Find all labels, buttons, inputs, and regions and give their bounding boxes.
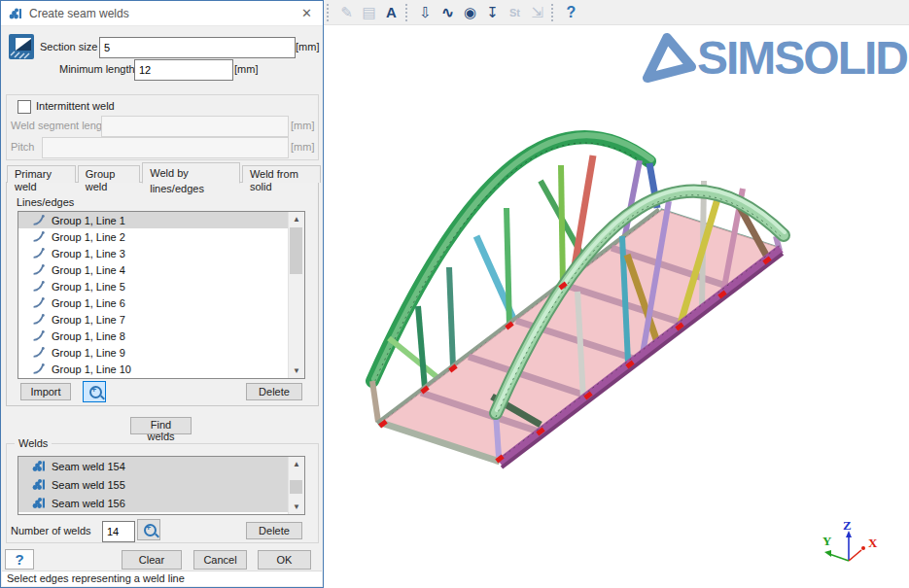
axis-x-label: X bbox=[868, 536, 877, 551]
toolbar-separator bbox=[551, 4, 556, 21]
weld-segment-length-input[interactable] bbox=[101, 116, 289, 137]
split-merge-icon: St bbox=[504, 2, 526, 22]
copy-welds-icon: ▤ bbox=[358, 2, 380, 22]
import-button[interactable]: Import bbox=[20, 383, 71, 400]
scroll-up-icon[interactable]: ▲ bbox=[289, 457, 304, 471]
weld-by-curve-icon[interactable]: ∿ bbox=[437, 2, 459, 22]
edit-weld-icon: ✎ bbox=[335, 2, 358, 22]
seam-weld-icon bbox=[9, 8, 22, 19]
clear-button[interactable]: Clear bbox=[122, 550, 182, 570]
simsolid-logo-text: SIMSOLID bbox=[697, 35, 907, 82]
minimum-length-input[interactable] bbox=[134, 59, 233, 81]
axis-y-label: Y bbox=[822, 534, 831, 549]
section-size-label: Section size bbox=[40, 41, 97, 52]
list-item[interactable]: Seam weld 154 bbox=[18, 457, 304, 475]
toolbar-grip[interactable] bbox=[327, 4, 332, 21]
lines-edges-label: Lines/edges bbox=[17, 196, 74, 208]
simsolid-triangle-icon bbox=[641, 31, 697, 86]
list-item[interactable]: Group 1, Line 10 bbox=[18, 361, 304, 377]
tab-group-weld[interactable]: Group weld bbox=[78, 165, 140, 183]
tab-primary-weld[interactable]: Primary weld bbox=[7, 165, 76, 183]
bridge-model[interactable] bbox=[324, 0, 909, 588]
magnifier-icon bbox=[144, 524, 157, 536]
viewport-3d[interactable]: Z X Y SIMSOLID ✎ ▤ A ⇩ ∿ ◉ ↧ St ⇲ ? bbox=[324, 0, 909, 588]
dialog-titlebar[interactable]: Create seam welds ✕ bbox=[1, 1, 323, 26]
magnifier-icon bbox=[89, 386, 102, 398]
cancel-button[interactable]: Cancel bbox=[193, 550, 247, 570]
list-item[interactable]: Group 1, Line 4 bbox=[18, 261, 304, 278]
dialog-title: Create seam welds bbox=[29, 7, 298, 20]
probe-thermometer-icon[interactable]: ↧ bbox=[481, 2, 504, 22]
dialog-help-button[interactable]: ? bbox=[5, 549, 34, 570]
lines-delete-button[interactable]: Delete bbox=[246, 383, 302, 400]
scroll-down-icon[interactable]: ▼ bbox=[289, 363, 304, 378]
list-item[interactable]: Group 1, Line 9 bbox=[18, 344, 304, 361]
welds-list[interactable]: Seam weld 154 Seam weld 155 Seam weld 15… bbox=[17, 456, 305, 515]
intermittent-weld-checkbox[interactable] bbox=[17, 100, 31, 114]
find-welds-button[interactable]: Find welds bbox=[130, 417, 192, 434]
create-seam-welds-dialog: Create seam welds ✕ Section size [mm] Mi… bbox=[0, 0, 324, 588]
pitch-input[interactable] bbox=[42, 137, 289, 158]
list-item[interactable]: Group 1, Line 1 bbox=[18, 212, 304, 228]
create-seam-weld-icon[interactable]: ⇩ bbox=[414, 2, 437, 22]
toolbar-separator bbox=[405, 4, 410, 21]
list-item[interactable]: Group 1, Line 2 bbox=[18, 228, 304, 245]
scrollbar-thumb[interactable] bbox=[290, 227, 302, 274]
fit-view-icon: ⇲ bbox=[526, 2, 548, 22]
section-size-icon bbox=[9, 34, 34, 59]
pitch-label: Pitch bbox=[11, 141, 34, 153]
list-item[interactable]: Group 1, Line 8 bbox=[18, 328, 304, 344]
weld-mode-tabs: Primary weld Group weld Weld by lines/ed… bbox=[7, 166, 323, 183]
section-size-input[interactable] bbox=[99, 37, 296, 58]
zoom-to-line-button[interactable] bbox=[83, 381, 106, 402]
minimum-length-unit: [mm] bbox=[234, 63, 258, 75]
welds-group-label: Welds bbox=[15, 437, 52, 449]
welds-scrollbar[interactable]: ▲ ▼ bbox=[288, 457, 304, 514]
number-of-welds-value bbox=[102, 521, 135, 542]
list-item[interactable]: Seam weld 155 bbox=[18, 475, 304, 494]
tab-weld-by-lines-edges[interactable]: Weld by lines/edges bbox=[142, 162, 240, 184]
list-item[interactable]: Group 1, Line 6 bbox=[18, 294, 304, 311]
scrollbar-thumb[interactable] bbox=[290, 480, 302, 494]
main-toolbar: ✎ ▤ A ⇩ ∿ ◉ ↧ St ⇲ ? bbox=[324, 0, 909, 25]
ok-button[interactable]: OK bbox=[258, 550, 311, 570]
section-size-unit: [mm] bbox=[296, 41, 319, 52]
axis-z-label: Z bbox=[843, 518, 852, 534]
lines-edges-scrollbar[interactable]: ▲ ▼ bbox=[288, 212, 304, 378]
weld-segment-length-unit: [mm] bbox=[291, 120, 314, 131]
status-bar: Select edges representing a weld line bbox=[2, 571, 322, 586]
list-item[interactable]: Seam weld 156 bbox=[18, 494, 304, 512]
status-text: Select edges representing a weld line bbox=[7, 572, 185, 584]
list-item[interactable]: Group 1, Line 7 bbox=[18, 311, 304, 328]
close-icon[interactable]: ✕ bbox=[298, 6, 315, 20]
lines-edges-list[interactable]: Group 1, Line 1 Group 1, Line 2 Group 1,… bbox=[17, 211, 305, 379]
zoom-to-weld-button[interactable] bbox=[137, 519, 160, 540]
application-window: Z X Y SIMSOLID ✎ ▤ A ⇩ ∿ ◉ ↧ St ⇲ ? bbox=[0, 0, 909, 588]
welds-delete-button[interactable]: Delete bbox=[246, 522, 302, 539]
pitch-unit: [mm] bbox=[291, 141, 314, 153]
list-item[interactable]: Group 1, Line 5 bbox=[18, 278, 304, 294]
scroll-up-icon[interactable]: ▲ bbox=[289, 212, 304, 226]
weld-by-sphere-icon[interactable]: ◉ bbox=[459, 2, 481, 22]
help-icon[interactable]: ? bbox=[560, 2, 582, 22]
intermittent-weld-label: Intermittent weld bbox=[36, 100, 115, 112]
tab-weld-from-solid[interactable]: Weld from solid bbox=[242, 165, 321, 183]
weld-segment-length-label: Weld segment length bbox=[11, 120, 111, 131]
number-of-welds-label: Number of welds bbox=[11, 525, 91, 536]
list-item[interactable]: Group 1, Line 3 bbox=[18, 245, 304, 261]
minimum-length-label: Minimum length bbox=[59, 63, 135, 75]
scroll-down-icon[interactable]: ▼ bbox=[289, 500, 304, 514]
measure-compass-icon[interactable]: A bbox=[380, 2, 402, 22]
simsolid-logo: SIMSOLID bbox=[641, 31, 907, 86]
